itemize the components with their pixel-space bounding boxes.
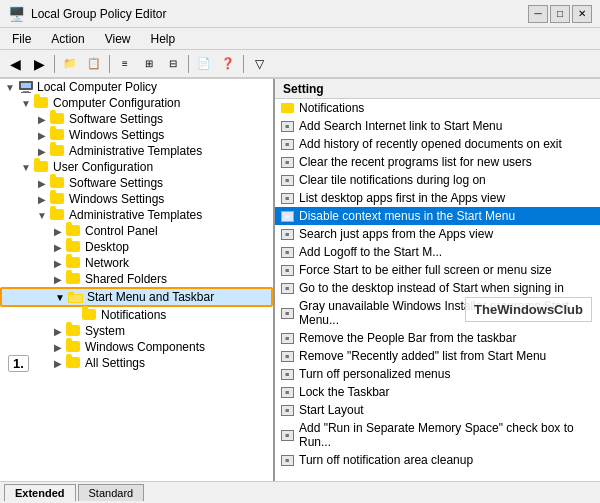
setting-remove-people[interactable]: ≡ Remove the People Bar from the taskbar (275, 329, 600, 347)
folder-icon-desktop (66, 240, 82, 254)
turn-off-personalized-label: Turn off personalized menus (299, 367, 450, 381)
view-icon-button[interactable]: ⊟ (162, 53, 184, 75)
view-toggle-button[interactable]: 📋 (83, 53, 105, 75)
svg-rect-3 (21, 92, 31, 93)
setting-add-history[interactable]: ≡ Add history of recently opened documen… (275, 135, 600, 153)
tree-node-software-settings-2[interactable]: ▶ Software Settings (0, 175, 273, 191)
desktop-label: Desktop (85, 240, 129, 254)
view-detail-button[interactable]: ⊞ (138, 53, 160, 75)
expander-ws1: ▶ (34, 130, 50, 141)
force-start-label: Force Start to be either full screen or … (299, 263, 552, 277)
windows-settings-1-label: Windows Settings (69, 128, 164, 142)
setting-remove-recently-added[interactable]: ≡ Remove "Recently added" list from Star… (275, 347, 600, 365)
forward-button[interactable]: ▶ (28, 53, 50, 75)
tree-node-shared-folders[interactable]: ▶ Shared Folders (0, 271, 273, 287)
expander-user-config: ▼ (18, 162, 34, 173)
view-list-button[interactable]: ≡ (114, 53, 136, 75)
minimize-button[interactable]: ─ (528, 5, 548, 23)
tree-node-start-menu[interactable]: ▼ Start Menu and Taskbar (0, 287, 273, 307)
tree-node-software-settings-1[interactable]: ▶ Software Settings (0, 111, 273, 127)
folder-icon-notif (82, 308, 98, 322)
tree-node-all-settings[interactable]: ▶ All Settings (0, 355, 273, 371)
tree-node-local-computer-policy[interactable]: ▼ Local Computer Policy (0, 79, 273, 95)
add-history-label: Add history of recently opened documents… (299, 137, 562, 151)
tree-node-network[interactable]: ▶ Network (0, 255, 273, 271)
help-button[interactable]: ❓ (217, 53, 239, 75)
properties-button[interactable]: 📄 (193, 53, 215, 75)
menu-help[interactable]: Help (143, 30, 184, 48)
setting-list-desktop[interactable]: ≡ List desktop apps first in the Apps vi… (275, 189, 600, 207)
toolbar-separator-2 (109, 55, 110, 73)
right-panel-header: Setting (275, 79, 600, 99)
tree-node-notifications[interactable]: Notifications (0, 307, 273, 323)
setting-turn-off-notification[interactable]: ≡ Turn off notification area cleanup (275, 451, 600, 469)
folder-icon-ws1 (50, 128, 66, 142)
setting-clear-recent[interactable]: ≡ Clear the recent programs list for new… (275, 153, 600, 171)
computer-config-label: Computer Configuration (53, 96, 180, 110)
setting-notifications-folder[interactable]: Notifications (275, 99, 600, 117)
folder-icon-at1 (50, 144, 66, 158)
setting-add-search[interactable]: ≡ Add Search Internet link to Start Menu (275, 117, 600, 135)
tree-node-windows-settings-1[interactable]: ▶ Windows Settings (0, 127, 273, 143)
tree-node-windows-settings-2[interactable]: ▶ Windows Settings (0, 191, 273, 207)
tree-node-admin-templates-1[interactable]: ▶ Administrative Templates (0, 143, 273, 159)
folder-icon-user-config (34, 160, 50, 174)
tree-node-control-panel[interactable]: ▶ Control Panel (0, 223, 273, 239)
expander-computer-config: ▼ (18, 98, 34, 109)
folder-icon-shared (66, 272, 82, 286)
add-logoff-label: Add Logoff to the Start M... (299, 245, 442, 259)
expander-sw2: ▶ (34, 178, 50, 189)
tree-node-windows-components[interactable]: ▶ Windows Components (0, 339, 273, 355)
setting-lock-taskbar[interactable]: ≡ Lock the Taskbar (275, 383, 600, 401)
maximize-button[interactable]: □ (550, 5, 570, 23)
toolbar-separator-3 (188, 55, 189, 73)
tree-node-user-config[interactable]: ▼ User Configuration (0, 159, 273, 175)
title-bar-controls: ─ □ ✕ (528, 5, 592, 23)
setting-add-logoff[interactable]: ≡ Add Logoff to the Start M... (275, 243, 600, 261)
network-label: Network (85, 256, 129, 270)
setting-force-start[interactable]: ≡ Force Start to be either full screen o… (275, 261, 600, 279)
tab-standard[interactable]: Standard (78, 484, 145, 501)
menu-view[interactable]: View (97, 30, 139, 48)
setting-search-just-apps[interactable]: ≡ Search just apps from the Apps view (275, 225, 600, 243)
search-just-apps-label: Search just apps from the Apps view (299, 227, 493, 241)
folder-icon-network (66, 256, 82, 270)
main-content: ▼ Local Computer Policy ▼ Computer Confi… (0, 78, 600, 481)
folder-icon-notif-right (279, 101, 295, 115)
folder-icon-ws2 (50, 192, 66, 206)
svg-rect-1 (21, 83, 31, 88)
software-settings-1-label: Software Settings (69, 112, 163, 126)
setting-disable-context[interactable]: 2. ≡ Disable context menus in the Start … (275, 207, 600, 225)
setting-gray-unavailable[interactable]: ≡ Gray unavailable Windows Installer pro… (275, 297, 600, 329)
setting-turn-off-personalized[interactable]: ≡ Turn off personalized menus (275, 365, 600, 383)
folder-up-button[interactable]: 📁 (59, 53, 81, 75)
folder-icon-system (66, 324, 82, 338)
menu-bar: File Action View Help (0, 28, 600, 50)
settings-list: Notifications ≡ Add Search Internet link… (275, 99, 600, 481)
setting-go-to-desktop[interactable]: ≡ Go to the desktop instead of Start whe… (275, 279, 600, 297)
tree-node-system[interactable]: ▶ System (0, 323, 273, 339)
tree-node-admin-templates-2[interactable]: ▼ Administrative Templates (0, 207, 273, 223)
menu-action[interactable]: Action (43, 30, 92, 48)
folder-icon-at2 (50, 208, 66, 222)
setting-icon-logoff: ≡ (279, 245, 295, 259)
back-button[interactable]: ◀ (4, 53, 26, 75)
setting-add-run[interactable]: ≡ Add "Run in Separate Memory Space" che… (275, 419, 600, 451)
setting-icon-add-run: ≡ (279, 428, 295, 442)
expander-at1: ▶ (34, 146, 50, 157)
close-button[interactable]: ✕ (572, 5, 592, 23)
setting-start-layout[interactable]: ≡ Start Layout (275, 401, 600, 419)
tab-extended[interactable]: Extended (4, 484, 76, 501)
expander-local: ▼ (2, 82, 18, 93)
left-panel: ▼ Local Computer Policy ▼ Computer Confi… (0, 79, 275, 481)
setting-clear-tile[interactable]: ≡ Clear tile notifications during log on (275, 171, 600, 189)
notifications-right-label: Notifications (299, 101, 364, 115)
menu-file[interactable]: File (4, 30, 39, 48)
gray-unavailable-label: Gray unavailable Windows Installer progr… (299, 299, 596, 327)
clear-tile-label: Clear tile notifications during log on (299, 173, 486, 187)
windows-components-label: Windows Components (85, 340, 205, 354)
tree-node-desktop[interactable]: ▶ Desktop (0, 239, 273, 255)
tree-node-computer-config[interactable]: ▼ Computer Configuration (0, 95, 273, 111)
add-search-label: Add Search Internet link to Start Menu (299, 119, 502, 133)
admin-templates-1-label: Administrative Templates (69, 144, 202, 158)
